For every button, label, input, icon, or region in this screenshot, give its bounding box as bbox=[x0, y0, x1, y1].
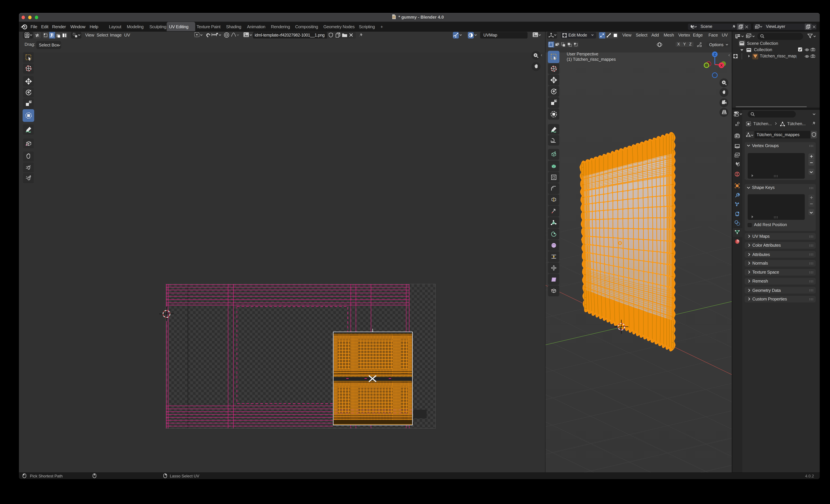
svg-text:Z: Z bbox=[714, 52, 716, 57]
svg-text:X: X bbox=[720, 63, 723, 67]
